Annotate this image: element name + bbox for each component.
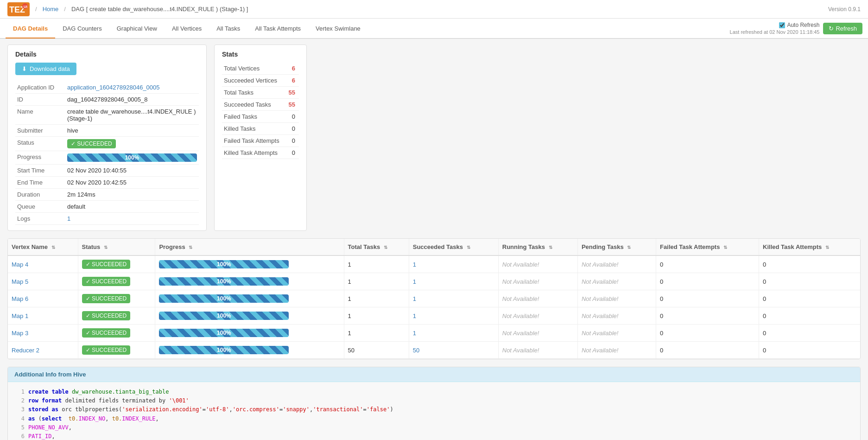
stat-label: Total Vertices (222, 63, 286, 75)
tab-dag-counters[interactable]: DAG Counters (55, 19, 109, 38)
sort-icon: ⇅ (467, 245, 470, 250)
breadcrumb-dag: DAG [ create table dw_warehouse....t4.IN… (71, 6, 248, 13)
succeeded-tasks: 1 (409, 290, 498, 307)
vertex-name-link[interactable]: Map 3 (12, 330, 28, 337)
col-status[interactable]: Status ⇅ (78, 239, 155, 255)
table-row: Map 6✓ SUCCEEDED100%11Not Available!Not … (8, 290, 860, 307)
code-text: PHONE_NO_AVV, (28, 423, 72, 432)
table-row: Failed Task Attempts 0 (222, 135, 299, 147)
tab-dag-details[interactable]: DAG Details (6, 19, 55, 38)
table-row: Logs 1 (15, 213, 199, 225)
logs-link[interactable]: 1 (67, 215, 70, 222)
killed-attempts: 0 (759, 325, 860, 342)
succeeded-tasks-link[interactable]: 1 (413, 261, 416, 268)
vertex-status: ✓ SUCCEEDED (78, 255, 155, 273)
tab-all-vertices[interactable]: All Vertices (165, 19, 209, 38)
pending-tasks: Not Available! (577, 307, 656, 325)
vertex-status: ✓ SUCCEEDED (78, 342, 155, 359)
field-label: End Time (15, 177, 65, 189)
field-value: hive (65, 125, 199, 137)
sort-icon: ⇅ (723, 245, 727, 250)
pending-tasks: Not Available! (577, 273, 656, 290)
stat-label: Killed Task Attempts (222, 147, 286, 159)
vertex-name-link[interactable]: Map 6 (12, 295, 28, 302)
progress-bar-fill: 100% (159, 277, 289, 286)
tab-all-tasks[interactable]: All Tasks (209, 19, 247, 38)
stat-label: Succeeded Tasks (222, 99, 286, 111)
status-badge: ✓ SUCCEEDED (67, 139, 116, 148)
auto-refresh-checkbox[interactable] (779, 22, 785, 28)
vertex-name: Map 1 (8, 307, 78, 325)
vertex-name: Reducer 2 (8, 342, 78, 359)
main-content: Details ⬇ Download data Application ID a… (0, 39, 868, 440)
field-label: Submitter (15, 125, 65, 137)
auto-refresh-label[interactable]: Auto Refresh (779, 22, 819, 28)
progress-bar: 100% (159, 329, 289, 337)
succeeded-tasks-link[interactable]: 1 (413, 295, 416, 302)
tab-vertex-swimlane[interactable]: Vertex Swimlane (308, 19, 368, 38)
table-header-row: Vertex Name ⇅ Status ⇅ Progress ⇅ Total … (8, 239, 860, 255)
col-killed-attempts[interactable]: Killed Task Attempts ⇅ (759, 239, 860, 255)
stats-card: Stats Total Vertices 6 Succeeded Vertice… (214, 45, 307, 231)
code-line: 5PHONE_NO_AVV, (15, 423, 853, 432)
table-row: Succeeded Vertices 6 (222, 75, 299, 87)
failed-attempts: 0 (656, 255, 759, 273)
details-table: Application ID application_1604278928046… (15, 82, 199, 225)
details-title: Details (15, 51, 199, 58)
vertices-table: Vertex Name ⇅ Status ⇅ Progress ⇅ Total … (8, 239, 860, 359)
application-id-link[interactable]: application_1604278928046_0005 (67, 84, 160, 91)
vertex-name-link[interactable]: Reducer 2 (12, 347, 39, 354)
stat-value: 55 (286, 87, 299, 99)
succeeded-tasks-link[interactable]: 1 (413, 330, 416, 337)
vertex-name-link[interactable]: Map 4 (12, 261, 28, 268)
table-row: Succeeded Tasks 55 (222, 99, 299, 111)
succeeded-tasks-link[interactable]: 50 (413, 347, 419, 354)
tabs-right: Auto Refresh Last refreshed at 02 Nov 20… (730, 22, 862, 35)
succeeded-tasks-link[interactable]: 1 (413, 278, 416, 285)
succeeded-tasks-link[interactable]: 1 (413, 312, 416, 319)
progress-bar-fill: 100% (159, 294, 289, 303)
progress-bar: 100% (159, 260, 289, 268)
vertex-progress: 100% (155, 290, 344, 307)
field-value: 02 Nov 2020 10:42:55 (65, 177, 199, 189)
table-row: Map 3✓ SUCCEEDED100%11Not Available!Not … (8, 325, 860, 342)
code-line: 4as (select t0.INDEX_NO, t0.INDEX_RULE, (15, 414, 853, 423)
col-pending-tasks[interactable]: Pending Tasks ⇅ (577, 239, 656, 255)
vertex-name: Map 3 (8, 325, 78, 342)
field-label: Logs (15, 213, 65, 225)
progress-bar: 100% (159, 277, 289, 286)
sort-icon: ⇅ (104, 245, 108, 250)
pending-tasks: Not Available! (577, 342, 656, 359)
code-text: row format delimited fields terminated b… (28, 396, 189, 405)
refresh-button[interactable]: ↻ Refresh (823, 23, 862, 34)
progress-bar-fill: 100% (159, 346, 289, 354)
line-number: 2 (15, 396, 25, 405)
tab-graphical-view[interactable]: Graphical View (109, 19, 165, 38)
tab-all-task-attempts[interactable]: All Task Attempts (247, 19, 308, 38)
details-stats-row: Details ⬇ Download data Application ID a… (7, 45, 861, 231)
pending-tasks: Not Available! (577, 255, 656, 273)
field-value: default (65, 201, 199, 213)
pending-tasks: Not Available! (577, 325, 656, 342)
table-row: Failed Tasks 0 (222, 111, 299, 123)
breadcrumb-separator: / (35, 6, 37, 13)
vertex-name-link[interactable]: Map 5 (12, 278, 28, 285)
failed-attempts: 0 (656, 273, 759, 290)
col-failed-attempts[interactable]: Failed Task Attempts ⇅ (656, 239, 759, 255)
stat-label: Killed Tasks (222, 123, 286, 135)
progress-bar-fill: 100% (159, 329, 289, 337)
running-tasks: Not Available! (498, 307, 577, 325)
stat-value: 0 (286, 111, 299, 123)
col-progress[interactable]: Progress ⇅ (155, 239, 344, 255)
vertices-section: Vertex Name ⇅ Status ⇅ Progress ⇅ Total … (7, 238, 861, 359)
running-tasks: Not Available! (498, 342, 577, 359)
col-total-tasks[interactable]: Total Tasks ⇅ (344, 239, 409, 255)
running-tasks: Not Available! (498, 255, 577, 273)
col-succeeded-tasks[interactable]: Succeeded Tasks ⇅ (409, 239, 498, 255)
breadcrumb-home[interactable]: Home (43, 6, 59, 13)
vertex-name-link[interactable]: Map 1 (12, 312, 28, 319)
download-button[interactable]: ⬇ Download data (15, 63, 76, 75)
col-vertex-name[interactable]: Vertex Name ⇅ (8, 239, 78, 255)
field-label: Progress (15, 151, 65, 165)
col-running-tasks[interactable]: Running Tasks ⇅ (498, 239, 577, 255)
